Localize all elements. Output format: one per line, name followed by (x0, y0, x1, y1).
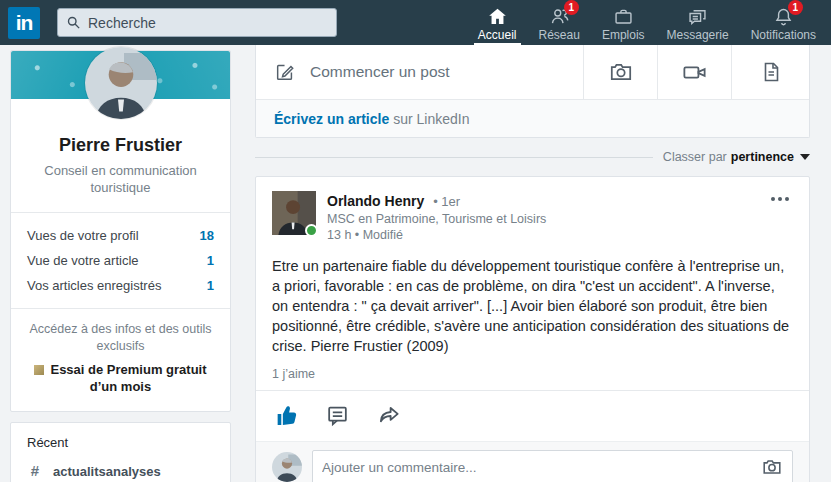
stat-value: 18 (200, 228, 214, 243)
write-article-link[interactable]: Écrivez un article (274, 111, 389, 127)
premium-upsell: Accédez à des infos et des outils exclus… (11, 308, 230, 411)
sort-row: Classer par pertinence (255, 147, 810, 167)
document-icon (759, 60, 783, 84)
premium-promo-text: Accédez à des infos et des outils exclus… (25, 321, 216, 355)
recent-item-label: actualitsanalyses (53, 464, 161, 479)
online-presence-indicator (305, 224, 318, 237)
start-post-placeholder: Commencer un post (310, 63, 450, 81)
post-author-degree: • 1er (433, 194, 460, 209)
profile-avatar-photo (85, 47, 157, 119)
profile-headline: Conseil en communication touristique (23, 162, 218, 196)
post-meta: Orlando Henry • 1er MSC en Patrimoine, T… (327, 191, 546, 243)
hashtag-icon: # (27, 463, 43, 479)
stat-value: 1 (207, 253, 214, 268)
stat-article-views[interactable]: Vue de votre article 1 (27, 248, 214, 273)
nav-item-label: Réseau (539, 28, 580, 42)
write-article-suffix: sur LinkedIn (393, 111, 469, 127)
post-header: Orlando Henry • 1er MSC en Patrimoine, T… (256, 177, 809, 243)
stat-label: Vos articles enregistrés (27, 278, 161, 293)
feed-post: Orlando Henry • 1er MSC en Patrimoine, T… (255, 176, 810, 482)
messaging-icon (687, 6, 708, 27)
nav-item-accueil[interactable]: Accueil (467, 0, 528, 45)
nav-item-label: Messagerie (667, 28, 729, 42)
profile-avatar[interactable] (85, 47, 157, 119)
stat-label: Vues de votre profil (27, 228, 139, 243)
nav-item-reseau[interactable]: 1 Réseau (528, 0, 591, 45)
post-actions-bar (256, 391, 809, 441)
stat-value: 1 (207, 278, 214, 293)
photo-camera-icon[interactable] (761, 456, 783, 478)
jobs-icon (613, 6, 634, 27)
feed-column: Commencer un post Écrivez un ar (255, 45, 810, 482)
share-document-button[interactable] (731, 45, 809, 99)
left-sidebar: Pierre Frustier Conseil en communication… (10, 50, 231, 482)
home-icon (487, 6, 508, 27)
nav-item-notifications[interactable]: 1 Notifications (740, 0, 827, 45)
search-icon (66, 15, 81, 30)
commenter-avatar-photo (272, 452, 302, 482)
search-box[interactable] (57, 8, 337, 37)
recent-title: Récent (27, 435, 214, 450)
start-post-field[interactable]: Commencer un post (256, 45, 583, 99)
profile-card: Pierre Frustier Conseil en communication… (10, 50, 231, 412)
commenter-avatar[interactable] (272, 452, 302, 482)
comment-icon (325, 403, 350, 428)
divider (255, 157, 653, 158)
stat-profile-views[interactable]: Vues de votre profil 18 (27, 223, 214, 248)
share-arrow-icon (376, 402, 402, 428)
share-video-button[interactable] (657, 45, 731, 99)
premium-trial-link[interactable]: Essai de Premium gratuit d’un mois (25, 361, 216, 395)
share-photo-button[interactable] (583, 45, 657, 99)
post-timestamp: 13 h • Modifié (327, 227, 546, 243)
post-author-name[interactable]: Orlando Henry (327, 193, 424, 209)
nav-item-label: Accueil (478, 28, 517, 42)
sort-by-dropdown[interactable]: Classer par pertinence (663, 150, 810, 164)
linkedin-logo[interactable]: in (8, 7, 40, 39)
share-box-card: Commencer un post Écrivez un ar (255, 45, 810, 138)
nav-item-messagerie[interactable]: Messagerie (656, 0, 740, 45)
post-like-count[interactable]: 1 j’aime (256, 362, 809, 390)
notification-badge: 1 (564, 0, 579, 15)
post-author-avatar[interactable] (272, 191, 316, 235)
comment-input-box[interactable] (312, 450, 793, 482)
comment-composer (256, 441, 809, 482)
write-article-row: Écrivez un article sur LinkedIn (256, 99, 809, 137)
like-button[interactable] (272, 401, 301, 430)
notification-badge: 1 (788, 0, 803, 15)
nav-item-label: Emplois (602, 28, 645, 42)
nav-item-emplois[interactable]: Emplois (591, 0, 656, 45)
nav-item-label: Notifications (751, 28, 816, 42)
profile-name[interactable]: Pierre Frustier (23, 135, 218, 156)
top-nav: in Accueil 1 Réseau (0, 0, 831, 45)
chevron-down-icon (800, 154, 810, 160)
premium-gold-square-icon (34, 365, 44, 375)
sort-by-value: pertinence (731, 150, 794, 164)
post-body-text: Etre un partenaire fiable du développeme… (256, 243, 809, 362)
comment-input[interactable] (322, 460, 761, 475)
stat-label: Vue de votre article (27, 253, 139, 268)
like-thumb-icon (274, 403, 299, 428)
post-options-menu-icon[interactable] (767, 193, 793, 205)
sort-by-prefix: Classer par (663, 150, 727, 164)
comment-button[interactable] (323, 401, 352, 430)
share-button[interactable] (374, 400, 404, 430)
post-author-headline: MSC en Patrimoine, Tourisme et Loisirs (327, 211, 546, 227)
profile-stats: Vues de votre profil 18 Vue de votre art… (11, 212, 230, 308)
premium-cta-label: Essai de Premium gratuit d’un mois (50, 362, 206, 394)
edit-post-icon (274, 61, 296, 83)
nav-menu: Accueil 1 Réseau Emplois (467, 0, 831, 45)
recent-card: Récent # actualitsanalyses DUT Infocom L… (10, 422, 231, 482)
search-input[interactable] (88, 15, 328, 31)
photo-camera-icon (608, 59, 634, 85)
stat-saved-articles[interactable]: Vos articles enregistrés 1 (27, 273, 214, 298)
video-camera-icon (681, 59, 708, 86)
recent-item-hashtag[interactable]: # actualitsanalyses (27, 463, 214, 479)
